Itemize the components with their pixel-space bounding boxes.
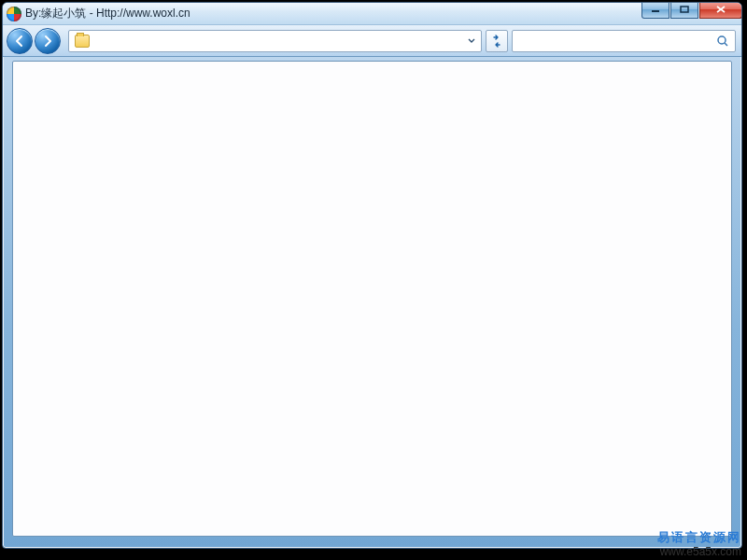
content-pane [12,61,732,537]
refresh-icon [490,35,503,48]
address-input[interactable] [93,31,464,51]
search-input[interactable] [514,35,712,48]
back-button[interactable] [7,28,33,54]
search-bar[interactable] [512,30,736,52]
minimize-button[interactable] [641,2,669,19]
arrow-left-icon [13,35,26,48]
minimize-icon [651,6,660,13]
svg-rect-0 [652,10,659,12]
titlebar[interactable]: By:缘起小筑 - Http://www.woxl.cn [3,3,741,25]
window-title: By:缘起小筑 - Http://www.woxl.cn [25,6,190,21]
nav-button-group [7,27,64,55]
svg-line-5 [725,43,727,46]
svg-rect-1 [681,7,688,12]
search-icon [716,35,729,48]
address-bar[interactable] [68,30,482,52]
close-icon [716,6,726,13]
folder-icon [75,35,90,48]
close-button[interactable] [699,2,742,19]
maximize-icon [680,6,689,13]
search-button[interactable] [712,32,733,50]
window-controls [641,2,742,19]
address-dropdown-button[interactable] [464,32,479,50]
refresh-button[interactable] [486,30,508,52]
chevron-down-icon [468,38,475,44]
svg-point-4 [718,36,726,44]
arrow-right-icon [41,35,54,48]
explorer-window: By:缘起小筑 - Http://www.woxl.cn [2,2,742,549]
app-icon [7,7,21,21]
forward-button[interactable] [35,28,61,54]
maximize-button[interactable] [670,2,698,19]
navigation-toolbar [3,25,741,57]
